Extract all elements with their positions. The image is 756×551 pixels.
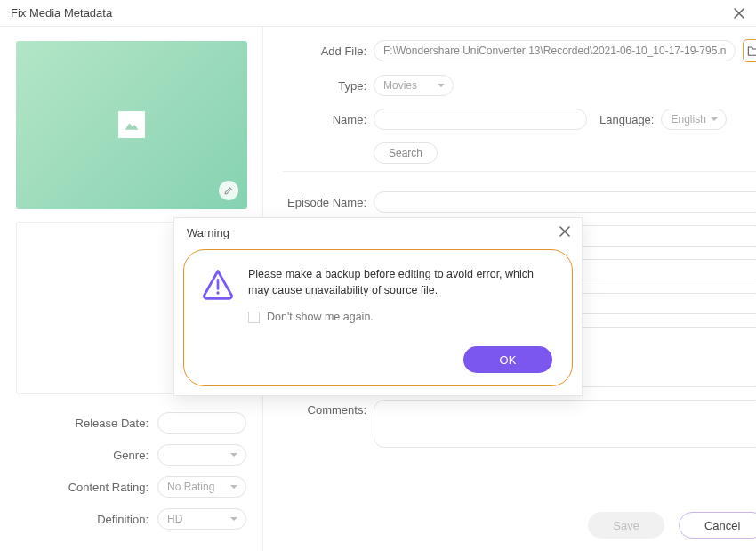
release-date-input[interactable] [157,412,246,434]
definition-label: Definition: [97,513,149,526]
modal-message: Please make a backup before editing to a… [248,266,556,298]
comments-textarea[interactable] [374,400,756,448]
dont-show-checkbox[interactable]: Don't show me again. [248,311,556,323]
name-input[interactable] [374,109,587,130]
bottom-buttons: Save Cancel [588,512,756,539]
episode-name-label: Episode Name: [283,196,366,209]
ok-button[interactable]: OK [463,346,552,373]
divider [283,171,756,172]
type-label: Type: [283,79,366,93]
content-rating-label: Content Rating: [68,481,149,494]
language-select[interactable]: English [661,109,726,130]
checkbox-label: Don't show me again. [267,311,374,323]
search-button[interactable]: Search [374,142,438,164]
name-label: Name: [283,113,366,126]
left-form: Release Date: Genre: Content Rating: No … [16,412,246,540]
warning-modal: Warning Please make a backup before edit… [173,217,583,396]
image-placeholder-icon [118,111,145,138]
video-thumbnail [16,41,247,209]
title-bar: Fix Media Metadata [0,0,756,27]
content-rating-value: No Rating [167,481,214,493]
modal-close-icon[interactable] [559,225,571,240]
add-file-path-input[interactable]: F:\Wondershare UniConverter 13\Recorded\… [374,40,736,61]
modal-title: Warning [187,226,229,239]
type-select[interactable]: Movies [374,75,454,96]
add-file-label: Add File: [283,45,366,58]
add-file-path-value: F:\Wondershare UniConverter 13\Recorded\… [383,45,726,57]
browse-folder-button[interactable] [743,39,756,62]
save-button[interactable]: Save [588,512,664,539]
definition-select[interactable]: HD [157,508,246,530]
comments-label: Comments: [283,400,366,417]
checkbox-box-icon [248,312,260,323]
genre-select[interactable] [157,444,246,466]
genre-label: Genre: [113,449,149,462]
language-value: English [671,113,705,126]
close-icon[interactable] [733,7,745,20]
edit-thumbnail-button[interactable] [219,181,238,200]
release-date-label: Release Date: [76,417,149,430]
cancel-button[interactable]: Cancel [679,512,756,539]
svg-point-3 [216,291,219,294]
search-button-label: Search [389,147,422,159]
type-value: Movies [383,79,417,92]
language-label: Language: [599,113,654,126]
window-title: Fix Media Metadata [11,6,112,20]
content-rating-select[interactable]: No Rating [157,476,246,498]
definition-value: HD [167,513,182,525]
warning-icon [200,266,236,302]
episode-name-input[interactable] [374,191,756,213]
